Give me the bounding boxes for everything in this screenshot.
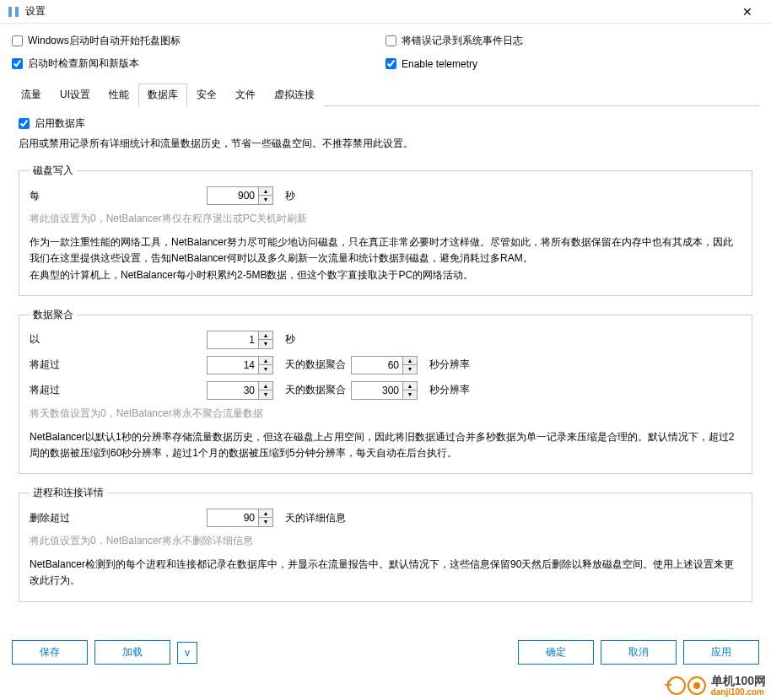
enable-database-checkbox[interactable]	[19, 118, 30, 129]
agg-over2-res-input[interactable]	[352, 383, 402, 398]
enable-database-label: 启用数据库	[35, 116, 85, 131]
agg-by-input[interactable]	[208, 332, 258, 347]
watermark: + 单机100网 danji100.com	[664, 675, 766, 697]
ok-button[interactable]: 确定	[518, 640, 594, 665]
aggregation-hint: 将天数值设置为0，NetBalancer将永不聚合流量数据	[30, 407, 741, 421]
titlebar: 设置 ✕	[0, 0, 771, 24]
tab-content: 启用数据库 启用或禁用记录所有详细统计和流量数据历史，节省一些磁盘空间。不推荐禁…	[12, 106, 759, 621]
check-news-input[interactable]	[12, 58, 23, 69]
spin-down-icon[interactable]: ▼	[259, 365, 272, 374]
spin-down-icon[interactable]: ▼	[259, 390, 272, 399]
disk-write-interval-spinner[interactable]: ▲▼	[207, 186, 273, 205]
aggregation-para: NetBalancer以默认1秒的分辨率存储流量数据历史，但这在磁盘上占用空间，…	[30, 429, 741, 461]
agg-by-label: 以	[30, 332, 207, 347]
bottom-bar: 保存 加载 v 确定 取消 应用	[0, 640, 771, 665]
close-button[interactable]: ✕	[731, 5, 764, 19]
tab-virtual[interactable]: 虚拟连接	[265, 83, 324, 106]
details-delete-label: 删除超过	[30, 511, 207, 525]
details-days-input[interactable]	[208, 510, 258, 525]
window-title: 设置	[25, 4, 731, 19]
details-group: 进程和连接详情 删除超过 ▲▼ 天的详细信息 将此值设置为0，NetBalanc…	[19, 486, 752, 601]
check-tray[interactable]: Windows启动时自动开始托盘图标	[12, 34, 386, 48]
agg-over1-unit: 秒分辨率	[429, 358, 470, 372]
spin-up-icon[interactable]: ▲	[259, 509, 272, 518]
check-syslog-label: 将错误记录到系统事件日志	[402, 34, 523, 48]
agg-over2-label: 将超过	[30, 383, 207, 397]
agg-over2-unit: 秒分辨率	[429, 383, 470, 397]
disk-write-legend: 磁盘写入	[30, 164, 77, 178]
agg-over1-mid: 天的数据聚合	[285, 358, 346, 372]
spin-up-icon[interactable]: ▲	[259, 357, 272, 365]
disk-write-unit: 秒	[285, 189, 295, 203]
watermark-text: 单机100网	[711, 675, 766, 687]
spin-up-icon[interactable]: ▲	[259, 331, 272, 340]
disk-write-group: 磁盘写入 每 ▲▼ 秒 将此值设置为0，NetBalancer将仅在程序退出或P…	[19, 164, 752, 296]
disk-write-para: 作为一款注重性能的网络工具，NetBalancer努力尽可能少地访问磁盘，只在真…	[30, 234, 741, 283]
aggregation-group: 数据聚合 以 ▲▼ 秒 将超过 ▲▼ 天的数据聚合 ▲▼	[19, 308, 752, 474]
agg-by-unit: 秒	[285, 332, 295, 347]
details-legend: 进程和连接详情	[30, 486, 107, 500]
apply-button[interactable]: 应用	[683, 640, 759, 665]
spin-down-icon[interactable]: ▼	[259, 340, 272, 348]
agg-over1-res-input[interactable]	[352, 358, 402, 373]
startup-options: Windows启动时自动开始托盘图标 将错误记录到系统事件日志 启动时检查新闻和…	[12, 34, 759, 79]
svg-rect-1	[15, 7, 19, 17]
circle-dot-icon	[687, 676, 706, 695]
tabs: 流量 UI设置 性能 数据库 安全 文件 虚拟连接	[12, 83, 759, 106]
disk-write-hint: 将此值设置为0，NetBalancer将仅在程序退出或PC关机时刷新	[30, 212, 741, 226]
spin-down-icon[interactable]: ▼	[403, 365, 417, 374]
aggregation-legend: 数据聚合	[30, 308, 77, 322]
agg-over1-res-spinner[interactable]: ▲▼	[351, 356, 418, 374]
tab-ui[interactable]: UI设置	[51, 83, 100, 106]
watermark-url: danji100.com	[711, 687, 766, 697]
agg-over2-days-input[interactable]	[208, 383, 258, 398]
tab-security[interactable]: 安全	[187, 83, 226, 106]
disk-write-every-label: 每	[30, 189, 207, 203]
check-telemetry[interactable]: Enable telemetry	[386, 57, 759, 71]
circle-icon	[667, 676, 686, 695]
agg-over2-mid: 天的数据聚合	[285, 383, 346, 397]
details-days-spinner[interactable]: ▲▼	[207, 509, 273, 527]
spin-up-icon[interactable]: ▲	[259, 187, 272, 196]
spin-down-icon[interactable]: ▼	[403, 390, 417, 399]
check-telemetry-input[interactable]	[386, 58, 396, 69]
spin-up-icon[interactable]: ▲	[403, 382, 417, 390]
load-button[interactable]: 加载	[94, 640, 170, 665]
check-news[interactable]: 启动时检查新闻和新版本	[12, 57, 386, 71]
check-syslog-input[interactable]	[386, 35, 396, 46]
details-hint: 将此值设置为0，NetBalancer将永不删除详细信息	[30, 534, 741, 548]
agg-over1-label: 将超过	[30, 358, 207, 372]
enable-database-desc: 启用或禁用记录所有详细统计和流量数据历史，节省一些磁盘空间。不推荐禁用此设置。	[19, 136, 752, 152]
agg-over1-days-spinner[interactable]: ▲▼	[207, 356, 273, 374]
check-tray-label: Windows启动时自动开始托盘图标	[28, 34, 181, 48]
details-unit: 天的详细信息	[285, 511, 346, 525]
app-icon	[7, 5, 20, 19]
agg-by-spinner[interactable]: ▲▼	[207, 331, 273, 349]
check-tray-input[interactable]	[12, 35, 23, 46]
cancel-button[interactable]: 取消	[601, 640, 677, 665]
agg-over1-days-input[interactable]	[208, 358, 258, 373]
spin-up-icon[interactable]: ▲	[259, 382, 272, 390]
load-dropdown-button[interactable]: v	[177, 642, 197, 664]
check-news-label: 启动时检查新闻和新版本	[28, 57, 139, 71]
save-button[interactable]: 保存	[12, 640, 88, 665]
details-para: NetBalancer检测到的每个进程和连接都记录在数据库中，并显示在流量报告中…	[30, 557, 741, 589]
agg-over2-days-spinner[interactable]: ▲▼	[207, 381, 273, 400]
agg-over2-res-spinner[interactable]: ▲▼	[351, 381, 418, 400]
tab-performance[interactable]: 性能	[100, 83, 138, 106]
tab-traffic[interactable]: 流量	[12, 83, 51, 106]
tab-files[interactable]: 文件	[226, 83, 265, 106]
spin-down-icon[interactable]: ▼	[259, 196, 272, 204]
spin-up-icon[interactable]: ▲	[403, 357, 417, 365]
disk-write-interval-input[interactable]	[208, 188, 258, 203]
check-syslog[interactable]: 将错误记录到系统事件日志	[386, 34, 759, 48]
check-telemetry-label: Enable telemetry	[402, 58, 477, 70]
tab-database[interactable]: 数据库	[138, 83, 187, 106]
spin-down-icon[interactable]: ▼	[259, 518, 272, 526]
svg-rect-0	[8, 7, 12, 17]
